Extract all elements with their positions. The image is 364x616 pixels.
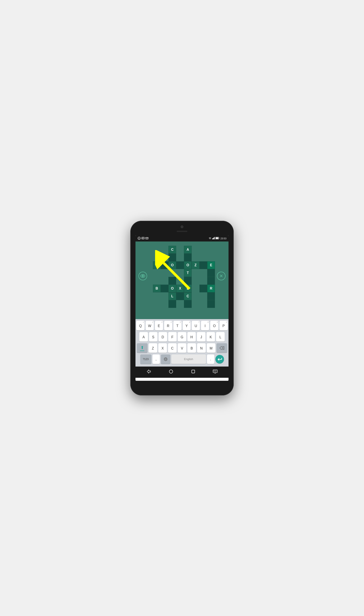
key-Z[interactable]: Z [149,343,157,353]
front-camera [181,226,183,228]
key-S[interactable]: S [149,332,158,342]
key-U[interactable]: 7U [192,321,200,330]
nav-keyboard-button[interactable] [213,370,218,374]
cell-dark-c3-r1 [169,254,176,261]
key-globe[interactable] [161,355,170,364]
svg-rect-6 [213,238,214,239]
whatsapp-icon: ✆ [138,237,141,240]
key-H[interactable]: H [187,332,196,342]
cell-A-r0: A [184,246,192,254]
key-T[interactable]: 5T [173,321,182,330]
key-E[interactable]: 3E [155,321,163,330]
key-K[interactable]: K [207,332,215,342]
keyboard-row-4: ?123 , English . [136,355,228,364]
key-B[interactable]: B [187,343,196,353]
key-C[interactable]: C [168,343,177,353]
wifi-icon [208,237,211,240]
cell-O2-r2: O [184,261,192,269]
key-symbols[interactable]: ?123 [140,355,151,364]
key-X[interactable]: X [158,343,167,353]
svg-point-20 [165,357,166,361]
game-area: ✕ C A B O O [135,242,229,319]
key-G[interactable]: G [178,332,186,342]
cell-dark-c7-r4 [207,277,215,285]
key-W[interactable]: 2W [146,321,154,330]
svg-point-19 [164,357,167,361]
status-bar: ✆ [135,235,229,242]
cell-dark-c6-r2 [199,261,207,269]
key-P[interactable]: 0P [220,321,228,330]
svg-rect-10 [219,238,219,239]
key-space[interactable]: English [171,355,206,364]
cell-Z-r2: Z [192,261,199,269]
key-V[interactable]: V [178,343,186,353]
time-display: 23:53 [220,237,226,240]
key-shift[interactable]: ⬆ [137,343,148,353]
phone-device: ✆ [130,221,234,396]
key-Y[interactable]: 6Y [183,321,191,330]
close-button[interactable]: ✕ [217,272,225,280]
cell-E2-r5: E [184,285,192,292]
cell-O1-r2: O [169,261,176,269]
nav-back-button[interactable] [146,369,151,375]
svg-rect-25 [192,370,195,373]
cell-X-r5: X [176,285,184,292]
cell-dark-c7-r3 [207,269,215,277]
cell-T-r3: T [184,269,192,277]
cell-dark-c6-r1 [184,254,192,261]
key-N[interactable]: N [197,343,206,353]
keyboard-row-1: 1Q 2W 3E 4R 5T 6Y 7U 8I 9O 0P [136,321,228,330]
key-I[interactable]: 8I [201,321,209,330]
key-F[interactable]: F [168,332,177,342]
crossword-grid: C A B O O Z E T [153,246,211,309]
phone-body: ✆ [130,221,234,396]
key-enter[interactable] [215,355,224,364]
cell-dark-c4-r2 [176,261,184,269]
gallery-icon [142,237,144,240]
key-A[interactable]: A [139,332,148,342]
key-comma[interactable]: , [153,355,160,364]
cell-E1-r2: E [207,261,215,269]
svg-marker-23 [147,370,151,373]
svg-point-14 [142,275,143,276]
key-Q[interactable]: 1Q [136,321,144,330]
cell-dark-c3-r4 [169,277,176,285]
key-J[interactable]: J [197,332,206,342]
cell-dark-c4-r6 [176,292,184,300]
keyboard-row-2: A S D F G H J K L [136,332,228,342]
signal-icon [212,237,215,240]
keyboard-row-3: ⬆ Z X C V B N M [136,343,228,353]
globe-icon [164,357,168,361]
cell-C-r0: C [169,246,176,254]
cell-B2-r5: B [153,285,161,292]
cell-dark-c2-r2 [161,261,169,269]
eye-button[interactable] [139,272,147,280]
key-D[interactable]: D [158,332,167,342]
key-M[interactable]: M [207,343,215,353]
nav-recents-button[interactable] [191,369,195,375]
shift-icon: ⬆ [141,345,144,350]
key-backspace[interactable] [216,343,227,353]
svg-text:✆: ✆ [139,238,140,240]
cell-dark-c5-r7 [184,300,192,308]
key-L[interactable]: L [216,332,225,342]
enter-icon [217,357,222,361]
svg-rect-8 [214,237,215,239]
key-R[interactable]: 4R [164,321,172,330]
cell-B-r2: B [153,261,161,269]
svg-rect-5 [212,238,213,239]
svg-rect-11 [216,237,218,239]
cell-R-r5: R [207,285,215,292]
backspace-icon [220,346,224,350]
keyboard-area: 1Q 2W 3E 4R 5T 6Y 7U 8I 9O 0P A S [135,319,229,367]
battery-icon [215,237,219,240]
nav-home-button[interactable] [169,369,173,375]
svg-rect-7 [214,238,214,240]
svg-rect-4 [146,237,148,239]
nav-bar [135,367,229,378]
cell-dark-c2-r5 [161,285,169,292]
key-O[interactable]: 9O [210,321,218,330]
cell-dark-c7-r6 [207,292,215,300]
keyboard-rows: 1Q 2W 3E 4R 5T 6Y 7U 8I 9O 0P A S [135,319,229,367]
key-period[interactable]: . [207,355,214,364]
